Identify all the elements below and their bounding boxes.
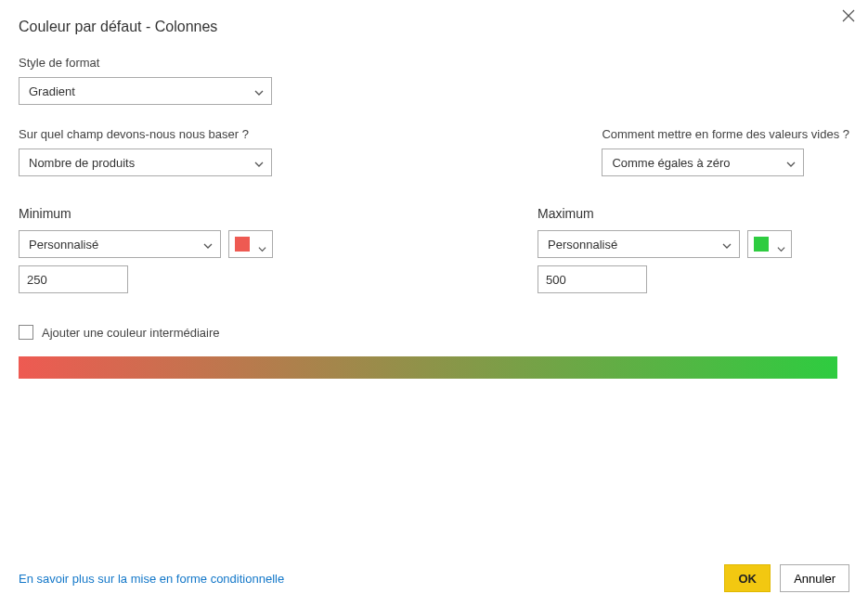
- chevron-down-icon: [777, 240, 785, 249]
- field-basis-value: Nombre de produits: [29, 156, 135, 170]
- ok-button[interactable]: OK: [724, 564, 771, 592]
- maximum-color-swatch: [754, 237, 769, 252]
- chevron-down-icon: [258, 240, 266, 249]
- minimum-color-swatch: [235, 237, 250, 252]
- maximum-value-input[interactable]: [538, 265, 647, 293]
- close-button[interactable]: [840, 7, 857, 24]
- maximum-mode-value: Personnalisé: [548, 238, 617, 252]
- intermediate-color-checkbox[interactable]: [19, 325, 33, 340]
- format-style-value: Gradient: [29, 84, 75, 98]
- minimum-label: Minimum: [19, 206, 273, 221]
- empty-values-dropdown[interactable]: Comme égales à zéro: [602, 149, 804, 176]
- learn-more-link[interactable]: En savoir plus sur la mise en forme cond…: [19, 572, 284, 586]
- empty-values-value: Comme égales à zéro: [612, 156, 730, 170]
- cancel-button[interactable]: Annuler: [780, 564, 849, 592]
- minimum-mode-value: Personnalisé: [29, 238, 98, 252]
- minimum-color-picker[interactable]: [228, 230, 273, 258]
- maximum-mode-dropdown[interactable]: Personnalisé: [538, 230, 740, 258]
- field-basis-label: Sur quel champ devons-nous nous baser ?: [19, 127, 272, 141]
- chevron-down-icon: [254, 86, 264, 96]
- chevron-down-icon: [203, 239, 213, 249]
- format-style-dropdown[interactable]: Gradient: [19, 77, 272, 105]
- chevron-down-icon: [254, 158, 264, 167]
- gradient-preview: [19, 356, 837, 379]
- empty-values-label: Comment mettre en forme des valeurs vide…: [602, 127, 849, 141]
- format-style-label: Style de format: [19, 56, 849, 70]
- field-basis-dropdown[interactable]: Nombre de produits: [19, 149, 272, 176]
- minimum-value-input[interactable]: [19, 265, 128, 293]
- chevron-down-icon: [722, 239, 732, 249]
- maximum-color-picker[interactable]: [747, 230, 792, 258]
- intermediate-color-label: Ajouter une couleur intermédiaire: [42, 326, 220, 340]
- dialog-title: Couleur par défaut - Colonnes: [19, 19, 849, 35]
- close-icon: [842, 9, 855, 22]
- chevron-down-icon: [786, 158, 796, 167]
- minimum-mode-dropdown[interactable]: Personnalisé: [19, 230, 221, 258]
- maximum-label: Maximum: [538, 206, 792, 221]
